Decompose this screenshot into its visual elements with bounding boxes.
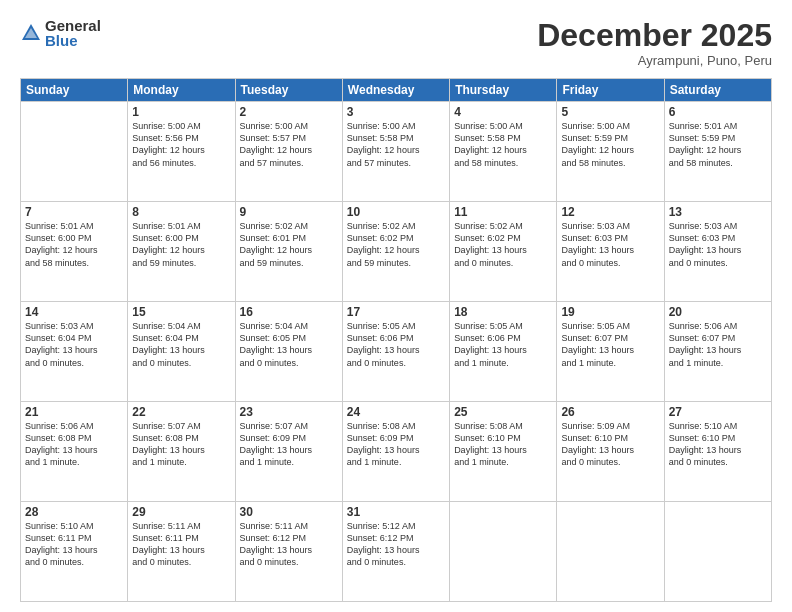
calendar-cell: 11Sunrise: 5:02 AMSunset: 6:02 PMDayligh… — [450, 202, 557, 302]
calendar-cell: 25Sunrise: 5:08 AMSunset: 6:10 PMDayligh… — [450, 402, 557, 502]
weekday-header-thursday: Thursday — [450, 79, 557, 102]
day-info: Sunrise: 5:04 AMSunset: 6:04 PMDaylight:… — [132, 320, 230, 369]
calendar-cell: 31Sunrise: 5:12 AMSunset: 6:12 PMDayligh… — [342, 502, 449, 602]
calendar-cell: 30Sunrise: 5:11 AMSunset: 6:12 PMDayligh… — [235, 502, 342, 602]
day-info: Sunrise: 5:05 AMSunset: 6:07 PMDaylight:… — [561, 320, 659, 369]
day-number: 18 — [454, 305, 552, 319]
day-info: Sunrise: 5:01 AMSunset: 6:00 PMDaylight:… — [132, 220, 230, 269]
calendar-cell — [21, 102, 128, 202]
calendar-cell: 28Sunrise: 5:10 AMSunset: 6:11 PMDayligh… — [21, 502, 128, 602]
calendar-week-row: 28Sunrise: 5:10 AMSunset: 6:11 PMDayligh… — [21, 502, 772, 602]
day-number: 24 — [347, 405, 445, 419]
day-info: Sunrise: 5:09 AMSunset: 6:10 PMDaylight:… — [561, 420, 659, 469]
day-info: Sunrise: 5:03 AMSunset: 6:03 PMDaylight:… — [561, 220, 659, 269]
day-info: Sunrise: 5:06 AMSunset: 6:08 PMDaylight:… — [25, 420, 123, 469]
day-number: 29 — [132, 505, 230, 519]
calendar-cell: 24Sunrise: 5:08 AMSunset: 6:09 PMDayligh… — [342, 402, 449, 502]
calendar-week-row: 1Sunrise: 5:00 AMSunset: 5:56 PMDaylight… — [21, 102, 772, 202]
day-info: Sunrise: 5:03 AMSunset: 6:03 PMDaylight:… — [669, 220, 767, 269]
logo: General Blue — [20, 18, 101, 48]
day-number: 7 — [25, 205, 123, 219]
day-info: Sunrise: 5:05 AMSunset: 6:06 PMDaylight:… — [454, 320, 552, 369]
day-number: 3 — [347, 105, 445, 119]
day-number: 13 — [669, 205, 767, 219]
header: General Blue December 2025 Ayrampuni, Pu… — [20, 18, 772, 68]
calendar-table: SundayMondayTuesdayWednesdayThursdayFrid… — [20, 78, 772, 602]
calendar-cell: 22Sunrise: 5:07 AMSunset: 6:08 PMDayligh… — [128, 402, 235, 502]
day-info: Sunrise: 5:06 AMSunset: 6:07 PMDaylight:… — [669, 320, 767, 369]
calendar-cell: 15Sunrise: 5:04 AMSunset: 6:04 PMDayligh… — [128, 302, 235, 402]
day-info: Sunrise: 5:01 AMSunset: 6:00 PMDaylight:… — [25, 220, 123, 269]
day-number: 11 — [454, 205, 552, 219]
day-info: Sunrise: 5:10 AMSunset: 6:10 PMDaylight:… — [669, 420, 767, 469]
day-number: 15 — [132, 305, 230, 319]
calendar-cell: 13Sunrise: 5:03 AMSunset: 6:03 PMDayligh… — [664, 202, 771, 302]
calendar-cell — [664, 502, 771, 602]
day-number: 31 — [347, 505, 445, 519]
logo-general-label: General — [45, 18, 101, 33]
calendar-cell: 27Sunrise: 5:10 AMSunset: 6:10 PMDayligh… — [664, 402, 771, 502]
calendar-cell: 21Sunrise: 5:06 AMSunset: 6:08 PMDayligh… — [21, 402, 128, 502]
day-info: Sunrise: 5:03 AMSunset: 6:04 PMDaylight:… — [25, 320, 123, 369]
weekday-header-wednesday: Wednesday — [342, 79, 449, 102]
logo-blue-label: Blue — [45, 33, 101, 48]
month-title: December 2025 — [537, 18, 772, 53]
calendar-cell: 17Sunrise: 5:05 AMSunset: 6:06 PMDayligh… — [342, 302, 449, 402]
day-number: 27 — [669, 405, 767, 419]
day-number: 16 — [240, 305, 338, 319]
day-number: 23 — [240, 405, 338, 419]
day-number: 14 — [25, 305, 123, 319]
day-number: 17 — [347, 305, 445, 319]
calendar-cell: 4Sunrise: 5:00 AMSunset: 5:58 PMDaylight… — [450, 102, 557, 202]
calendar-cell: 8Sunrise: 5:01 AMSunset: 6:00 PMDaylight… — [128, 202, 235, 302]
day-number: 28 — [25, 505, 123, 519]
day-info: Sunrise: 5:04 AMSunset: 6:05 PMDaylight:… — [240, 320, 338, 369]
calendar-cell: 12Sunrise: 5:03 AMSunset: 6:03 PMDayligh… — [557, 202, 664, 302]
day-info: Sunrise: 5:11 AMSunset: 6:11 PMDaylight:… — [132, 520, 230, 569]
calendar-cell: 7Sunrise: 5:01 AMSunset: 6:00 PMDaylight… — [21, 202, 128, 302]
calendar-cell: 23Sunrise: 5:07 AMSunset: 6:09 PMDayligh… — [235, 402, 342, 502]
day-info: Sunrise: 5:00 AMSunset: 5:58 PMDaylight:… — [347, 120, 445, 169]
weekday-header-tuesday: Tuesday — [235, 79, 342, 102]
calendar-cell: 3Sunrise: 5:00 AMSunset: 5:58 PMDaylight… — [342, 102, 449, 202]
day-info: Sunrise: 5:08 AMSunset: 6:10 PMDaylight:… — [454, 420, 552, 469]
calendar-cell: 2Sunrise: 5:00 AMSunset: 5:57 PMDaylight… — [235, 102, 342, 202]
day-number: 21 — [25, 405, 123, 419]
calendar-cell: 18Sunrise: 5:05 AMSunset: 6:06 PMDayligh… — [450, 302, 557, 402]
day-info: Sunrise: 5:05 AMSunset: 6:06 PMDaylight:… — [347, 320, 445, 369]
weekday-header-row: SundayMondayTuesdayWednesdayThursdayFrid… — [21, 79, 772, 102]
day-info: Sunrise: 5:02 AMSunset: 6:01 PMDaylight:… — [240, 220, 338, 269]
location-subtitle: Ayrampuni, Puno, Peru — [537, 53, 772, 68]
day-number: 25 — [454, 405, 552, 419]
weekday-header-sunday: Sunday — [21, 79, 128, 102]
day-number: 6 — [669, 105, 767, 119]
calendar-cell — [557, 502, 664, 602]
day-number: 4 — [454, 105, 552, 119]
weekday-header-monday: Monday — [128, 79, 235, 102]
title-block: December 2025 Ayrampuni, Puno, Peru — [537, 18, 772, 68]
day-number: 8 — [132, 205, 230, 219]
calendar-cell: 19Sunrise: 5:05 AMSunset: 6:07 PMDayligh… — [557, 302, 664, 402]
day-number: 2 — [240, 105, 338, 119]
day-number: 26 — [561, 405, 659, 419]
day-info: Sunrise: 5:00 AMSunset: 5:58 PMDaylight:… — [454, 120, 552, 169]
day-number: 19 — [561, 305, 659, 319]
day-number: 9 — [240, 205, 338, 219]
calendar-cell: 20Sunrise: 5:06 AMSunset: 6:07 PMDayligh… — [664, 302, 771, 402]
day-info: Sunrise: 5:00 AMSunset: 5:59 PMDaylight:… — [561, 120, 659, 169]
day-info: Sunrise: 5:07 AMSunset: 6:08 PMDaylight:… — [132, 420, 230, 469]
weekday-header-saturday: Saturday — [664, 79, 771, 102]
day-number: 20 — [669, 305, 767, 319]
day-info: Sunrise: 5:07 AMSunset: 6:09 PMDaylight:… — [240, 420, 338, 469]
day-number: 1 — [132, 105, 230, 119]
calendar-cell: 5Sunrise: 5:00 AMSunset: 5:59 PMDaylight… — [557, 102, 664, 202]
calendar-cell: 1Sunrise: 5:00 AMSunset: 5:56 PMDaylight… — [128, 102, 235, 202]
calendar-cell: 6Sunrise: 5:01 AMSunset: 5:59 PMDaylight… — [664, 102, 771, 202]
calendar-cell: 14Sunrise: 5:03 AMSunset: 6:04 PMDayligh… — [21, 302, 128, 402]
day-number: 5 — [561, 105, 659, 119]
logo-text: General Blue — [45, 18, 101, 48]
calendar-week-row: 21Sunrise: 5:06 AMSunset: 6:08 PMDayligh… — [21, 402, 772, 502]
day-number: 12 — [561, 205, 659, 219]
calendar-cell: 16Sunrise: 5:04 AMSunset: 6:05 PMDayligh… — [235, 302, 342, 402]
calendar-cell: 26Sunrise: 5:09 AMSunset: 6:10 PMDayligh… — [557, 402, 664, 502]
